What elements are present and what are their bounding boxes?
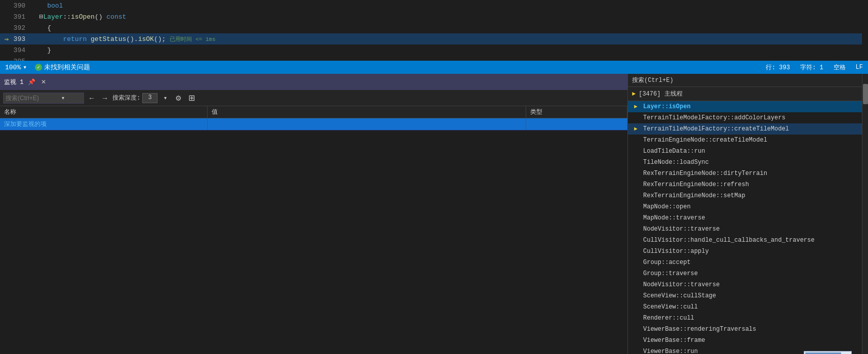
stack-text-19: Renderer::cull xyxy=(643,315,694,322)
stack-text-15: Group::traverse xyxy=(643,270,698,277)
stack-text-1: TerrainTileModelFactory::addColorLayers xyxy=(643,114,785,121)
row-indicator: 行: 393 xyxy=(766,63,790,72)
stack-text-18: SceneView::cull xyxy=(643,303,698,311)
depth-selector: 搜索深度: 3 ▾ xyxy=(112,93,171,104)
thumbnail-preview xyxy=(804,351,852,354)
stack-item-8[interactable]: RexTerrainEngineNode::setMap xyxy=(628,190,862,201)
line-content-393: return getStatus().isOK(); xyxy=(31,35,166,43)
watch-col-name: 名称 xyxy=(0,106,208,118)
stack-item-5[interactable]: TileNode::loadSync xyxy=(628,157,862,168)
stack-text-13: CullVisitor::apply xyxy=(643,248,709,255)
stack-item-15[interactable]: Group::traverse xyxy=(628,268,862,279)
watch-search-input[interactable] xyxy=(6,95,56,102)
status-text: 未找到相关问题 xyxy=(44,63,90,72)
stack-item-20[interactable]: ViewerBase::renderingTraversals xyxy=(628,324,862,335)
code-line-390: 390 bool xyxy=(0,0,862,11)
stack-item-4[interactable]: LoadTileData::run xyxy=(628,146,862,157)
callstack-search-label: 搜索(Ctrl+E) xyxy=(632,76,674,84)
status-bar: 100% ▾ ✓ 未找到相关问题 行: 393 字符: 1 空格 LF xyxy=(0,61,868,74)
nav-forward-btn[interactable]: → xyxy=(99,93,110,104)
watch-cell-type xyxy=(526,118,627,130)
stack-text-22: ViewerBase::run xyxy=(643,348,698,355)
watch-cell-value xyxy=(208,118,526,130)
stack-item-13[interactable]: CullVisitor::apply xyxy=(628,246,862,257)
code-editor: 390 bool 391 ⊟Layer::isOpen() const 392 … xyxy=(0,0,868,61)
stack-item-18[interactable]: SceneView::cull xyxy=(628,301,862,313)
char-indicator: 字符: 1 xyxy=(800,63,823,72)
nav-back-btn[interactable]: ← xyxy=(86,93,97,104)
stack-text-16: NodeVisitor::traverse xyxy=(643,281,720,288)
search-dropdown-btn[interactable]: ▾ xyxy=(57,93,68,104)
table-row[interactable]: 深加要监视的项 xyxy=(0,118,627,130)
stack-item-12[interactable]: CullVisitor::handle_cull_callbacks_and_t… xyxy=(628,235,862,246)
stack-text-5: TileNode::loadSync xyxy=(643,159,709,166)
status-ok: ✓ 未找到相关问题 xyxy=(35,63,90,72)
stack-item-14[interactable]: Group::accept xyxy=(628,257,862,268)
depth-label: 搜索深度: xyxy=(112,94,140,102)
breakpoint-393: ⇒ xyxy=(2,35,11,43)
stack-item-0[interactable]: ► Layer::isOpen xyxy=(628,101,862,112)
watch-close-button[interactable]: ✕ xyxy=(40,78,48,86)
watch-cell-name: 深加要监视的项 xyxy=(0,118,208,130)
stack-item-16[interactable]: NodeVisitor::traverse xyxy=(628,279,862,290)
stack-item-21[interactable]: ViewerBase::frame xyxy=(628,335,862,346)
stack-text-4: LoadTileData::run xyxy=(643,148,705,155)
stack-text-6: RexTerrainEngineNode::dirtyTerrain xyxy=(643,170,767,177)
stack-item-10[interactable]: MapNode::traverse xyxy=(628,212,862,224)
stack-text-17: SceneView::cullStage xyxy=(643,292,716,299)
stack-item-2[interactable]: ► TerrainTileModelFactory::createTileMod… xyxy=(628,123,862,135)
stack-item-19[interactable]: Renderer::cull xyxy=(628,313,862,324)
stack-item-17[interactable]: SceneView::cullStage xyxy=(628,290,862,301)
line-num-390: 390 xyxy=(11,2,31,10)
bottom-panel: 监视 1 📌 ✕ ▾ ← → 搜索深度: 3 ▾ ⚙ ⊞ 名称 xyxy=(0,74,868,354)
zoom-dropdown-icon: ▾ xyxy=(23,63,27,71)
stack-item-3[interactable]: TerrainEngineNode::createTileModel xyxy=(628,135,862,146)
stack-item-9[interactable]: MapNode::open xyxy=(628,201,862,212)
stack-text-2: TerrainTileModelFactory::createTileModel xyxy=(643,125,789,132)
thread-label: [3476] 主线程 xyxy=(639,90,682,98)
code-line-393: ⇒ 393 return getStatus().isOK(); 已用时间 <=… xyxy=(0,33,862,45)
line-num-394: 394 xyxy=(11,47,31,54)
callstack-search-header: 搜索(Ctrl+E) xyxy=(628,74,862,87)
filter-btn[interactable]: ⚙ xyxy=(173,93,184,104)
status-bar-right: 行: 393 字符: 1 空格 LF xyxy=(766,63,863,72)
ok-icon: ✓ xyxy=(35,64,42,71)
spaces-indicator: 空格 xyxy=(834,63,846,72)
stack-item-11[interactable]: NodeVisitor::traverse xyxy=(628,224,862,235)
code-line-392: 392 { xyxy=(0,22,862,33)
code-scrollbar[interactable] xyxy=(862,0,868,61)
zoom-control[interactable]: 100% ▾ xyxy=(5,63,27,71)
watch-pin-button[interactable]: 📌 xyxy=(27,78,35,86)
stack-text-12: CullVisitor::handle_cull_callbacks_and_t… xyxy=(643,237,814,244)
depth-value: 3 xyxy=(142,93,157,103)
line-num-391: 391 xyxy=(11,13,31,21)
watch-toolbar: ▾ ← → 搜索深度: 3 ▾ ⚙ ⊞ xyxy=(0,90,627,106)
stack-item-6[interactable]: RexTerrainEngineNode::dirtyTerrain xyxy=(628,168,862,179)
stack-text-3: TerrainEngineNode::createTileModel xyxy=(643,137,767,144)
zoom-value: 100% xyxy=(5,64,21,71)
stack-text-9: MapNode::open xyxy=(643,203,691,210)
callstack-list: ► Layer::isOpen TerrainTileModelFactory:… xyxy=(628,101,862,354)
stack-text-0: Layer::isOpen xyxy=(643,103,691,110)
stack-item-1[interactable]: TerrainTileModelFactory::addColorLayers xyxy=(628,112,862,123)
depth-dropdown-btn[interactable]: ▾ xyxy=(160,93,171,104)
line-num-392: 392 xyxy=(11,24,31,32)
line-content-392: { xyxy=(31,24,51,32)
execution-arrow: ⇒ xyxy=(5,35,9,43)
right-scrollbar[interactable] xyxy=(862,74,868,354)
stack-text-11: NodeVisitor::traverse xyxy=(643,226,720,233)
line-num-395: 395 xyxy=(11,58,31,61)
columns-btn[interactable]: ⊞ xyxy=(186,93,197,104)
stack-text-14: Group::accept xyxy=(643,259,691,266)
watch-col-value: 值 xyxy=(208,106,526,118)
callstack-thread: ► [3476] 主线程 xyxy=(628,87,862,101)
code-line-394: 394 } xyxy=(0,45,862,56)
watch-search-box: ▾ xyxy=(3,93,84,104)
callstack-panel: 搜索(Ctrl+E) ► [3476] 主线程 ► Layer::isOpen … xyxy=(628,74,862,354)
stack-arrow-2: ► xyxy=(634,126,640,132)
stack-text-8: RexTerrainEngineNode::setMap xyxy=(643,192,745,199)
line-num-393: 393 xyxy=(11,35,31,43)
stack-arrow-0: ► xyxy=(634,104,640,110)
code-line-391: 391 ⊟Layer::isOpen() const xyxy=(0,11,862,22)
stack-item-7[interactable]: RexTerrainEngineNode::refresh xyxy=(628,179,862,190)
